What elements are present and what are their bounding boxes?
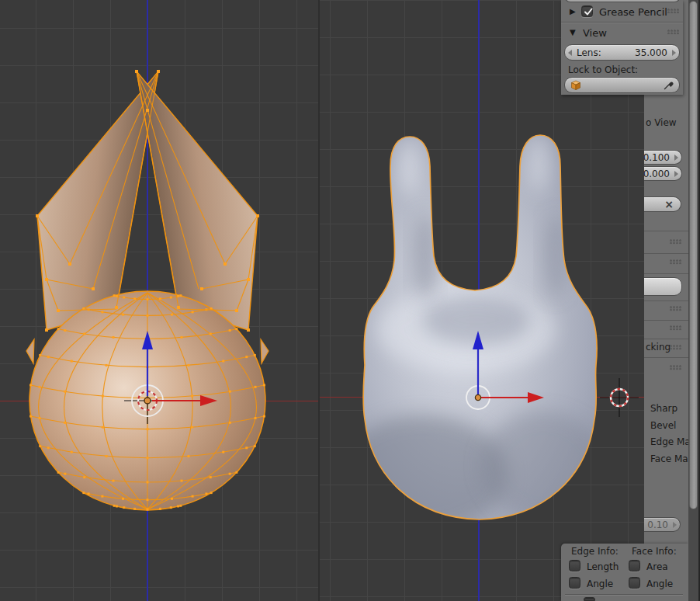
eyedropper-icon[interactable] bbox=[663, 80, 674, 91]
lens-slider[interactable]: Lens: 35.000 bbox=[564, 44, 680, 61]
grease-pencil-panel-header[interactable]: ▶ Grease Pencil bbox=[561, 4, 683, 21]
slider-value: 0.100 bbox=[644, 152, 670, 163]
cheek-bump-right bbox=[261, 339, 269, 363]
filter-field[interactable]: × bbox=[644, 196, 681, 212]
cheek-bump-left bbox=[26, 339, 34, 363]
slider-value: 0.10 bbox=[647, 519, 668, 530]
mesh-display-label-face-marks: Face Ma bbox=[650, 453, 688, 465]
area-divider[interactable] bbox=[318, 0, 320, 601]
view-panel-header[interactable]: ▼ View bbox=[561, 25, 683, 42]
scrollbar[interactable] bbox=[688, 0, 698, 601]
edge-info-label: Edge Info: bbox=[571, 546, 619, 558]
panel-drag-grip[interactable] bbox=[667, 9, 679, 14]
increment-arrow-icon[interactable] bbox=[673, 522, 677, 528]
object-cube-icon bbox=[570, 80, 581, 91]
panel-drag-grip[interactable] bbox=[667, 30, 679, 35]
lock-object-field[interactable] bbox=[564, 77, 680, 93]
decrement-arrow-icon[interactable] bbox=[568, 50, 572, 56]
increment-arrow-icon[interactable] bbox=[674, 155, 678, 161]
tracking-panel-header-tail[interactable]: cking bbox=[646, 342, 671, 353]
edit-mode-mesh[interactable] bbox=[0, 0, 318, 601]
clipped-checkbox[interactable] bbox=[584, 597, 595, 601]
expand-down-icon[interactable]: ▼ bbox=[570, 28, 576, 36]
edge-length-checkbox[interactable] bbox=[569, 560, 580, 571]
view-properties-panel: ▶ Grease Pencil ▼ View Lens: 35.000 Lock… bbox=[561, 0, 683, 95]
lens-label: Lens: bbox=[577, 47, 601, 58]
clear-icon[interactable]: × bbox=[664, 199, 674, 210]
clipped-widget-above bbox=[564, 0, 681, 2]
increment-arrow-icon[interactable] bbox=[672, 50, 676, 56]
view-panel-label: View bbox=[583, 27, 607, 39]
blender-window: o View 0.100 0.000 × cking Sharp Bevel E… bbox=[0, 0, 700, 601]
value-slider-bottom[interactable]: 0.000 bbox=[644, 166, 682, 181]
face-area-checkbox[interactable] bbox=[629, 560, 640, 571]
mesh-display-label-sharp: Sharp bbox=[650, 403, 677, 415]
panel-drag-grip[interactable] bbox=[670, 259, 681, 265]
scrollbar-thumb[interactable] bbox=[689, 1, 698, 509]
panel-drag-grip[interactable] bbox=[670, 306, 681, 311]
face-info-label: Face Info: bbox=[632, 546, 677, 558]
face-area-label: Area bbox=[646, 561, 668, 572]
grease-pencil-checkbox[interactable] bbox=[581, 5, 593, 17]
edge-angle-label: Angle bbox=[587, 578, 613, 589]
edge-length-label: Length bbox=[587, 561, 619, 572]
value-slider-top[interactable]: 0.100 bbox=[644, 150, 682, 165]
normal-size-slider[interactable]: 0.10 bbox=[644, 517, 681, 532]
lock-to-object-label: Lock to Object: bbox=[568, 64, 638, 76]
slider-value: 0.000 bbox=[644, 168, 670, 179]
panel-drag-grip[interactable] bbox=[670, 365, 681, 370]
edge-angle-checkbox[interactable] bbox=[569, 577, 580, 589]
viewport-left[interactable] bbox=[0, 0, 318, 601]
expand-right-icon[interactable]: ▶ bbox=[570, 7, 576, 16]
increment-arrow-icon[interactable] bbox=[674, 171, 678, 177]
face-angle-checkbox[interactable] bbox=[629, 577, 640, 589]
panel-drag-grip[interactable] bbox=[670, 345, 681, 350]
grease-pencil-label: Grease Pencil bbox=[599, 6, 667, 18]
mesh-info-panel: Edge Info: Face Info: Length Area Angle … bbox=[561, 544, 688, 601]
face-angle-label: Angle bbox=[646, 578, 673, 589]
lock-camera-label-tail: o View bbox=[646, 117, 677, 129]
panel-drag-grip[interactable] bbox=[670, 239, 681, 245]
lens-value: 35.000 bbox=[635, 47, 667, 58]
panel-drag-grip[interactable] bbox=[670, 325, 681, 331]
mesh-display-label-edge-marks: Edge Ma bbox=[650, 436, 691, 448]
clipped-button[interactable] bbox=[644, 277, 682, 296]
check-icon bbox=[583, 6, 594, 17]
mesh-display-label-bevel: Bevel bbox=[650, 420, 676, 432]
